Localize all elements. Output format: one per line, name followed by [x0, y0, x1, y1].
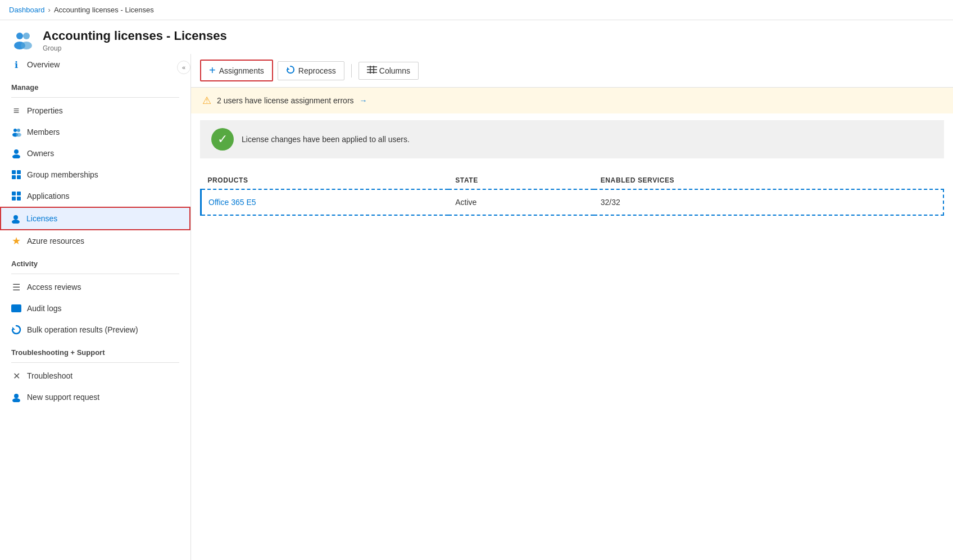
- reprocess-icon: [286, 65, 295, 76]
- svg-marker-21: [12, 327, 15, 330]
- table-container: PRODUCTS STATE ENABLED SERVICES Office 3…: [191, 165, 953, 222]
- assignments-label: Assignments: [219, 66, 264, 75]
- sidebar-divider-troubleshooting: [11, 362, 179, 363]
- svg-point-1: [23, 33, 30, 39]
- sidebar-item-new-support-request[interactable]: New support request: [0, 386, 190, 408]
- svg-point-5: [17, 129, 20, 132]
- toolbar-divider: [351, 64, 352, 78]
- applications-icon: [11, 191, 21, 201]
- warning-link[interactable]: →: [360, 96, 367, 105]
- azure-resources-icon: ★: [11, 236, 21, 246]
- breadcrumb-separator: ›: [48, 6, 51, 14]
- success-icon-circle: ✓: [211, 128, 234, 151]
- svg-rect-14: [12, 192, 16, 195]
- svg-point-22: [14, 394, 19, 398]
- new-support-request-icon: [11, 392, 21, 402]
- svg-point-18: [13, 215, 18, 220]
- sidebar-item-label: Group memberships: [27, 170, 98, 179]
- sidebar-item-label: New support request: [27, 393, 99, 402]
- owners-icon: [11, 148, 21, 158]
- sidebar: « ℹ Overview Manage ≡ Properties Members…: [0, 54, 191, 560]
- page-header: Accounting licenses - Licenses Group: [0, 20, 953, 54]
- assignments-button[interactable]: + Assignments: [200, 60, 273, 81]
- columns-label: Columns: [379, 66, 410, 75]
- licenses-icon: [11, 213, 21, 224]
- breadcrumb-dashboard[interactable]: Dashboard: [9, 6, 45, 14]
- access-reviews-icon: ☰: [11, 282, 21, 292]
- column-header-products: PRODUCTS: [201, 172, 449, 189]
- sidebar-item-azure-resources[interactable]: ★ Azure resources: [0, 230, 190, 252]
- troubleshoot-icon: ✕: [11, 371, 21, 381]
- sidebar-section-troubleshooting: Troubleshooting + Support: [0, 340, 190, 360]
- svg-rect-17: [17, 197, 21, 201]
- sidebar-item-access-reviews[interactable]: ☰ Access reviews: [0, 276, 190, 298]
- svg-rect-11: [17, 170, 21, 174]
- licenses-table: PRODUCTS STATE ENABLED SERVICES Office 3…: [200, 172, 944, 216]
- columns-button[interactable]: Columns: [358, 62, 419, 80]
- sidebar-item-label: Audit logs: [27, 304, 61, 313]
- info-icon: ℹ: [11, 60, 21, 70]
- page-icon: [9, 27, 36, 54]
- table-header: PRODUCTS STATE ENABLED SERVICES: [201, 172, 944, 189]
- svg-point-19: [12, 220, 20, 224]
- audit-logs-icon: [11, 303, 21, 313]
- cell-state: Active: [448, 189, 594, 215]
- sidebar-item-properties[interactable]: ≡ Properties: [0, 100, 190, 121]
- sidebar-collapse-button[interactable]: «: [177, 61, 190, 74]
- main-layout: « ℹ Overview Manage ≡ Properties Members…: [0, 54, 953, 560]
- svg-point-23: [12, 398, 20, 402]
- sidebar-item-label: Azure resources: [27, 236, 84, 245]
- svg-rect-10: [12, 170, 16, 174]
- sidebar-item-label: Owners: [27, 149, 54, 158]
- svg-rect-15: [17, 192, 21, 195]
- svg-point-3: [21, 42, 32, 49]
- sidebar-item-bulk-operations[interactable]: Bulk operation results (Preview): [0, 319, 190, 340]
- svg-rect-20: [11, 304, 21, 312]
- svg-rect-12: [12, 175, 16, 179]
- properties-icon: ≡: [11, 106, 21, 116]
- warning-icon: ⚠: [202, 94, 211, 107]
- reprocess-label: Reprocess: [298, 66, 336, 75]
- sidebar-item-label: Members: [27, 128, 60, 136]
- plus-icon: +: [209, 64, 216, 77]
- success-banner: ✓ License changes have been applied to a…: [200, 120, 944, 158]
- svg-point-8: [14, 149, 19, 154]
- warning-banner: ⚠ 2 users have license assignment errors…: [191, 88, 953, 113]
- sidebar-item-overview[interactable]: ℹ Overview: [0, 54, 190, 75]
- sidebar-divider-activity: [11, 274, 179, 274]
- page-title: Accounting licenses - Licenses: [43, 29, 227, 43]
- sidebar-item-applications[interactable]: Applications: [0, 185, 190, 207]
- top-bar: Dashboard › Accounting licenses - Licens…: [0, 0, 953, 20]
- content-area: + Assignments Reprocess Columns ⚠ 2 user…: [191, 54, 953, 560]
- toolbar: + Assignments Reprocess Columns: [191, 54, 953, 88]
- reprocess-button[interactable]: Reprocess: [278, 61, 344, 80]
- sidebar-section-activity: Activity: [0, 252, 190, 271]
- warning-text: 2 users have license assignment errors: [217, 96, 354, 105]
- product-link[interactable]: Office 365 E5: [208, 198, 256, 207]
- success-text: License changes have been applied to all…: [242, 135, 410, 144]
- sidebar-item-members[interactable]: Members: [0, 121, 190, 143]
- table-row[interactable]: Office 365 E5 Active 32/32: [201, 189, 944, 215]
- sidebar-item-label: Properties: [27, 106, 63, 115]
- breadcrumb: Dashboard › Accounting licenses - Licens…: [9, 6, 154, 14]
- sidebar-divider-manage: [11, 97, 179, 98]
- sidebar-item-label: Applications: [27, 192, 70, 201]
- sidebar-item-licenses[interactable]: Licenses: [0, 207, 190, 230]
- breadcrumb-current: Accounting licenses - Licenses: [54, 6, 154, 14]
- svg-rect-16: [12, 197, 16, 201]
- svg-point-4: [13, 129, 17, 132]
- sidebar-item-troubleshoot[interactable]: ✕ Troubleshoot: [0, 365, 190, 386]
- sidebar-item-group-memberships[interactable]: Group memberships: [0, 164, 190, 185]
- bulk-operations-icon: [11, 325, 21, 335]
- svg-point-0: [16, 33, 23, 39]
- table-body: Office 365 E5 Active 32/32: [201, 189, 944, 215]
- sidebar-section-manage: Manage: [0, 75, 190, 95]
- page-title-block: Accounting licenses - Licenses Group: [43, 29, 227, 52]
- sidebar-item-label: Bulk operation results (Preview): [27, 325, 138, 334]
- sidebar-item-audit-logs[interactable]: Audit logs: [0, 298, 190, 319]
- svg-point-9: [12, 154, 20, 158]
- svg-point-7: [16, 133, 21, 137]
- sidebar-item-label: Troubleshoot: [27, 371, 72, 380]
- column-header-enabled-services: ENABLED SERVICES: [594, 172, 943, 189]
- sidebar-item-owners[interactable]: Owners: [0, 143, 190, 164]
